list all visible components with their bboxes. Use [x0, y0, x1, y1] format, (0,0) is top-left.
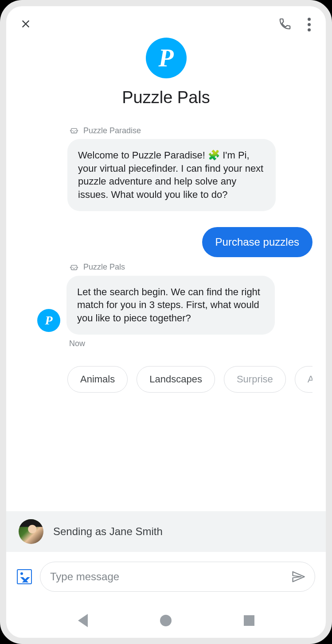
bot-icon — [69, 126, 79, 135]
nav-home-button[interactable] — [160, 615, 172, 626]
sender-name: Puzzle Pals — [83, 262, 125, 272]
header-actions — [278, 16, 312, 33]
svg-point-1 — [72, 130, 73, 131]
message-row: P Let the search begin. We can find the … — [20, 276, 312, 335]
chat-header: P Puzzle Pals — [6, 38, 326, 120]
dot-icon — [308, 18, 311, 21]
incoming-message: Let the search begin. We can find the ri… — [66, 276, 275, 335]
sending-as-text: Sending as Jane Smith — [53, 525, 163, 538]
svg-rect-3 — [71, 265, 77, 270]
message-timestamp: Now — [69, 339, 312, 348]
incoming-message: Welcome to Puzzle Paradise! 🧩 I'm Pi, yo… — [67, 139, 276, 211]
compose-bar: Type message — [6, 552, 326, 602]
chip-more[interactable]: A — [295, 366, 312, 393]
sender-label-row: Puzzle Paradise — [69, 126, 312, 135]
suggestion-chips: Animals Landscapes Surprise A — [67, 366, 312, 393]
bot-icon — [69, 262, 79, 272]
header — [6, 6, 326, 38]
sending-as-bar: Sending as Jane Smith — [6, 511, 326, 552]
more-menu-button[interactable] — [306, 16, 312, 33]
attach-image-button[interactable] — [17, 569, 32, 584]
close-icon — [20, 18, 32, 30]
svg-rect-0 — [71, 128, 77, 133]
chip-surprise[interactable]: Surprise — [224, 366, 286, 393]
phone-icon — [278, 17, 292, 31]
svg-point-5 — [75, 267, 76, 268]
user-avatar[interactable] — [19, 519, 43, 544]
message-input[interactable]: Type message — [40, 562, 315, 592]
sender-label-row: Puzzle Pals — [69, 262, 312, 272]
dot-icon — [308, 23, 311, 26]
business-avatar-small[interactable]: P — [37, 309, 60, 332]
close-button[interactable] — [20, 18, 32, 32]
dot-icon — [308, 28, 311, 31]
phone-frame: P Puzzle Pals Puzzle Paradise Welcome to… — [0, 0, 332, 644]
outgoing-row: Purchase puzzles — [20, 227, 312, 257]
outgoing-message: Purchase puzzles — [202, 227, 312, 257]
svg-point-2 — [75, 130, 76, 131]
svg-point-4 — [72, 267, 73, 268]
chip-landscapes[interactable]: Landscapes — [137, 366, 215, 393]
input-placeholder: Type message — [50, 571, 119, 583]
chat-title: Puzzle Pals — [6, 88, 326, 107]
nav-back-button[interactable] — [78, 614, 88, 627]
chip-animals[interactable]: Animals — [67, 366, 128, 393]
send-icon[interactable] — [292, 570, 305, 583]
system-nav-bar — [6, 602, 326, 638]
business-avatar[interactable]: P — [146, 38, 187, 78]
sender-name: Puzzle Paradise — [83, 126, 141, 135]
nav-recent-button[interactable] — [244, 615, 254, 626]
call-button[interactable] — [278, 17, 292, 32]
chat-area: Puzzle Paradise Welcome to Puzzle Paradi… — [6, 120, 326, 471]
